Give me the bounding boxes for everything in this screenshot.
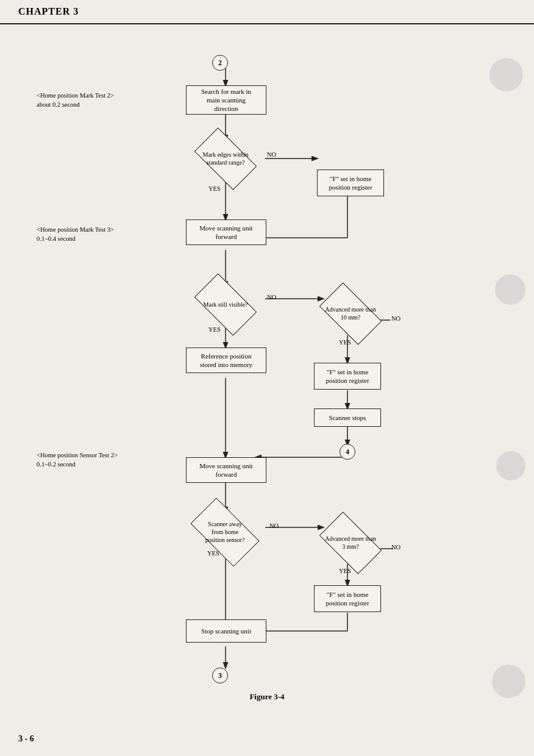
chapter-header: CHAPTER 3: [0, 0, 534, 24]
yes-label-mark-visible: YES: [208, 326, 221, 333]
connector-circle-3: 3: [212, 668, 228, 683]
diamond-mark-edges: Mark edges within standard range?: [183, 137, 268, 180]
no-label-mark-visible: NO: [267, 294, 276, 301]
box-move-forward-1: Move scanning unit forward: [186, 219, 266, 245]
box-f-set-3: "F" set in home position register: [314, 585, 381, 612]
figure-caption: Figure 3-4: [0, 692, 534, 702]
diamond-advanced-3mm: Advanced more than 3 mm?: [311, 521, 390, 564]
box-f-set-2: "F" set in home position register: [314, 363, 381, 390]
page: CHAPTER 3: [0, 0, 534, 756]
diamond-mark-visible: Mark still visible?: [183, 284, 268, 325]
flowchart: 2 Search for mark in main scanning direc…: [0, 24, 534, 695]
box-stop-scanning: Stop scanning unit: [186, 619, 266, 643]
chapter-title: CHAPTER 3: [18, 6, 79, 16]
page-number: 3 - 6: [18, 734, 34, 744]
box-move-forward-2: Move scanning unit forward: [186, 457, 266, 483]
label-home-mark-test2: <Home position Mark Test 2> about 0.2 se…: [37, 91, 158, 109]
label-home-sensor-test2: <Home position Sensor Test 2> 0.1~0.2 se…: [37, 451, 165, 469]
flowchart-arrows: [0, 24, 534, 695]
connector-circle-4: 4: [340, 444, 355, 460]
label-home-mark-test3: <Home position Mark Test 3> 0.1~0.4 seco…: [37, 226, 158, 243]
no-label-mark-edges: NO: [267, 151, 276, 158]
no-label-advanced-3mm: NO: [391, 544, 400, 551]
diamond-scanner-away: Scanner away from home position sensor?: [180, 509, 270, 555]
box-f-set-1: "F" set in home position register: [317, 169, 384, 196]
diamond-advanced-10mm: Advanced more than 10 mm?: [311, 293, 390, 334]
yes-label-advanced-10mm: YES: [339, 339, 351, 346]
yes-label-scanner-away: YES: [207, 550, 219, 557]
no-label-scanner-away: NO: [269, 522, 279, 529]
box-ref-position: Reference position stored into memory: [186, 348, 266, 373]
yes-label-mark-edges: YES: [208, 185, 221, 192]
no-label-advanced-10mm: NO: [391, 315, 400, 322]
yes-label-advanced-3mm: YES: [339, 568, 351, 574]
box-search-mark: Search for mark in main scanning directi…: [186, 85, 266, 115]
connector-circle-2: 2: [212, 55, 228, 71]
box-scanner-stops: Scanner stops: [314, 408, 381, 427]
